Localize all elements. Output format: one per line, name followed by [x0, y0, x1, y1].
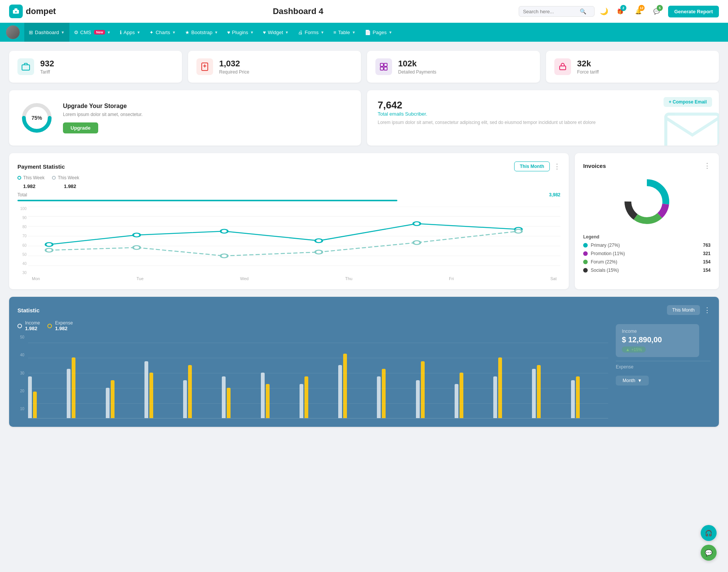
primary-color-dot: [583, 243, 588, 248]
logo-icon: [9, 5, 23, 18]
bar-group-7: [261, 373, 298, 418]
line-chart-container: 10090807060504030: [17, 207, 560, 281]
compose-email-button[interactable]: + Compose Email: [664, 97, 712, 107]
forms-arrow: ▼: [320, 30, 324, 34]
tariff-info: 932 Tariff: [40, 59, 54, 75]
dashboard-icon: ⊞: [29, 30, 33, 35]
sidebar-item-widget[interactable]: ♥ Widget ▼: [258, 23, 293, 42]
bar-yellow: [72, 357, 75, 418]
charts-icon: ✦: [149, 30, 154, 35]
legend-primary: Primary (27%) 763: [583, 243, 711, 248]
svg-point-31: [413, 241, 420, 244]
search-icon: 🔍: [580, 8, 586, 14]
promotion-color-dot: [583, 251, 588, 256]
bar-white: [261, 373, 265, 418]
header: dompet Dashboard 4 🔍 🌙 🎁 2 🔔 12 💬 5 Gene…: [0, 0, 728, 23]
income-legend: Income 1.982: [17, 320, 40, 331]
svg-point-1: [15, 11, 17, 13]
invoices-more-btn[interactable]: ⋮: [704, 161, 711, 170]
email-card: + Compose Email 7,642 Total emails Subcr…: [367, 90, 719, 146]
svg-rect-7: [384, 63, 387, 66]
this-month-statistic-filter[interactable]: This Month: [667, 305, 700, 315]
bar-group-14: [532, 365, 569, 418]
bar-white: [183, 380, 187, 418]
chat-badge: 5: [657, 5, 663, 11]
pages-icon: 📄: [365, 30, 371, 35]
income-dot: [17, 324, 22, 328]
upgrade-button[interactable]: Upgrade: [63, 122, 98, 133]
legend-label-1: This Week: [23, 175, 44, 180]
income-value: 1.982: [25, 326, 40, 331]
legend-promotion: Promotion (11%) 321: [583, 251, 711, 256]
main-content: 932 Tariff 1,032 Required Price 102k Det…: [0, 42, 728, 436]
statistic-more-btn[interactable]: ⋮: [704, 306, 711, 314]
stat-card-force-tariff: 32k Force tariff: [546, 51, 719, 83]
header-right: 🔍 🌙 🎁 2 🔔 12 💬 5 Generate Report: [519, 5, 719, 18]
svg-rect-10: [560, 66, 566, 70]
sidebar-item-cms[interactable]: ⚙ CMS New ▼: [69, 23, 115, 42]
page-title: Dashboard 4: [77, 6, 519, 16]
stat-cards-row: 932 Tariff 1,032 Required Price 102k Det…: [9, 51, 719, 83]
invoices-header: Invoices ⋮: [583, 161, 711, 170]
charts-arrow: ▼: [172, 30, 176, 34]
svg-point-23: [221, 229, 228, 233]
legend-row: This Week This Week: [17, 175, 560, 180]
sidebar-item-pages[interactable]: 📄 Pages ▼: [360, 23, 397, 42]
legend-dot-2: [52, 176, 56, 180]
bar-group-4: [144, 361, 182, 418]
week2-value: 1.982: [64, 183, 77, 189]
chat-btn[interactable]: 💬 5: [650, 5, 663, 18]
month-dropdown-btn[interactable]: Month ▼: [616, 376, 649, 386]
widget-icon: ♥: [263, 30, 266, 35]
search-input[interactable]: [523, 9, 580, 14]
detailed-payments-value: 102k: [398, 59, 436, 69]
bar-white: [338, 365, 342, 418]
sidebar-item-bootstrap[interactable]: ★ Bootstrap ▼: [180, 23, 223, 42]
upgrade-info: Upgrade Your Storage Lorem ipsum dolor s…: [63, 103, 350, 133]
bar-yellow: [343, 354, 347, 418]
bars-container: 5040302010: [17, 335, 608, 418]
moon-icon[interactable]: 🌙: [600, 7, 608, 16]
upgrade-title: Upgrade Your Storage: [63, 103, 350, 110]
email-subtitle: Total emails Subcriber.: [378, 111, 708, 117]
svg-point-28: [133, 246, 140, 249]
plugins-icon: ♥: [227, 30, 230, 35]
bar-group-10: [377, 369, 414, 418]
bar-chart-area: Income 1.982 Expense 1.982: [17, 320, 608, 418]
table-icon: ≡: [333, 30, 336, 35]
this-month-filter[interactable]: This Month: [514, 161, 550, 171]
sidebar-item-plugins[interactable]: ♥ Plugins ▼: [223, 23, 258, 42]
legend-socials: Socials (15%) 154: [583, 268, 711, 273]
forum-color-dot: [583, 260, 588, 264]
invoices-card: Invoices ⋮ Legend: [575, 153, 719, 289]
payment-statistic-card: Payment Statistic This Month ⋮ This Week…: [9, 153, 569, 289]
bell-btn[interactable]: 🔔 12: [632, 5, 645, 18]
email-bg-icon: [662, 107, 719, 146]
svg-rect-13: [666, 114, 719, 146]
bar-yellow: [111, 380, 115, 418]
bar-group-8: [300, 376, 337, 418]
logo-area: dompet: [9, 5, 77, 18]
payment-more-btn[interactable]: ⋮: [554, 162, 560, 171]
bar-yellow: [304, 376, 308, 418]
sidebar-item-table[interactable]: ≡ Table ▼: [329, 23, 360, 42]
gift-btn[interactable]: 🎁 2: [613, 5, 626, 18]
generate-report-button[interactable]: Generate Report: [668, 6, 719, 17]
line-chart-svg: [28, 207, 560, 275]
svg-point-29: [221, 254, 228, 258]
payment-title: Payment Statistic: [17, 163, 65, 170]
svg-rect-2: [22, 65, 30, 70]
sidebar-item-forms[interactable]: 🖨 Forms ▼: [293, 23, 329, 42]
search-bar[interactable]: 🔍: [519, 6, 595, 17]
required-price-icon: [196, 58, 213, 75]
total-value: 3,982: [549, 192, 560, 197]
legend-title: Legend: [583, 234, 711, 240]
sidebar-item-charts[interactable]: ✦ Charts ▼: [145, 23, 180, 42]
svg-point-21: [46, 243, 52, 246]
bar-yellow: [576, 376, 580, 418]
sidebar-item-apps[interactable]: ℹ Apps ▼: [115, 23, 145, 42]
bar-yellow: [537, 365, 541, 418]
bar-yellow: [460, 373, 463, 418]
total-label: Total: [17, 192, 27, 197]
sidebar-item-dashboard[interactable]: ⊞ Dashboard ▼: [24, 23, 69, 42]
